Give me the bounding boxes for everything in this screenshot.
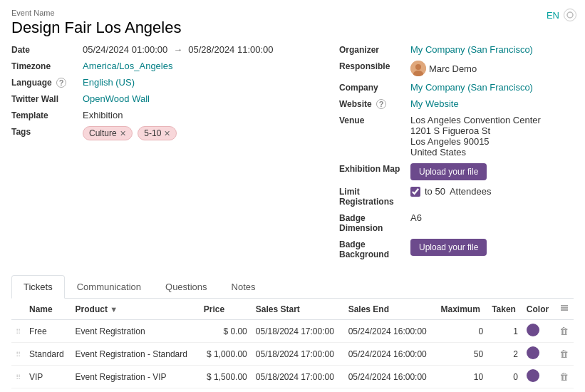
language-label: Language ? <box>11 77 83 88</box>
field-limit-registrations: Limit Registrations to 50 Attendees <box>339 186 574 207</box>
field-responsible: Responsible Marc Demo <box>339 61 574 76</box>
row-handle[interactable]: ⠿ <box>16 351 21 359</box>
row-sales-start-free: 05/18/2024 17:00:00 <box>252 320 344 343</box>
tag-5-10[interactable]: 5-10 ✕ <box>138 126 177 140</box>
responsible-container: Marc Demo <box>410 61 477 76</box>
language-value[interactable]: English (US) <box>83 77 135 88</box>
row-price-standard: $ 1,000.00 <box>200 343 252 366</box>
venue-value: Los Angeles Convention Center 1201 S Fig… <box>410 115 541 158</box>
venue-line-2: 1201 S Figueroa St <box>410 125 541 136</box>
row-delete-free[interactable]: 🗑 <box>559 326 569 336</box>
timezone-value[interactable]: America/Los_Angeles <box>83 61 172 71</box>
row-color-free[interactable] <box>527 324 539 336</box>
tag-culture[interactable]: Culture ✕ <box>83 126 133 140</box>
website-helper: ? <box>376 99 386 109</box>
row-maximum-vip: 10 <box>437 366 488 388</box>
language-indicator[interactable]: EN <box>547 10 559 21</box>
twitter-wall-value[interactable]: OpenWood Wall <box>83 93 150 104</box>
field-tags: Tags Culture ✕ 5-10 ✕ <box>11 126 339 140</box>
row-price-vip: $ 1,500.00 <box>200 366 252 388</box>
limit-registrations-checkbox[interactable] <box>410 187 420 197</box>
limit-registrations-label: Limit Registrations <box>339 186 410 207</box>
field-company: Company My Company (San Francisco) <box>339 82 574 93</box>
tag-culture-remove[interactable]: ✕ <box>120 129 126 138</box>
tab-notes[interactable]: Notes <box>219 275 268 299</box>
language-helper: ? <box>56 78 66 88</box>
row-delete-vip[interactable]: 🗑 <box>559 371 569 382</box>
tags-label: Tags <box>11 126 83 137</box>
date-arrow: → <box>173 44 182 55</box>
venue-label: Venue <box>339 115 410 125</box>
responsible-name[interactable]: Marc Demo <box>429 63 477 74</box>
tab-communication[interactable]: Communication <box>65 275 153 299</box>
field-twitter-wall: Twitter Wall OpenWood Wall <box>11 93 339 104</box>
row-handle[interactable]: ⠿ <box>16 373 21 381</box>
row-taken-standard: 2 <box>487 343 522 366</box>
field-organizer: Organizer My Company (San Francisco) <box>339 44 574 55</box>
row-name-free: Free <box>25 320 71 343</box>
row-sales-start-vip: 05/18/2024 17:00:00 <box>252 366 344 388</box>
col-actions <box>555 299 574 320</box>
table-row: ⠿ Standard Event Registration - Standard… <box>11 343 574 366</box>
upload-exhibition-map-button[interactable]: Upload your file <box>410 163 487 180</box>
website-value[interactable]: My Website <box>410 98 459 109</box>
field-badge-background: Badge Background Upload your file <box>339 239 574 259</box>
sort-icon[interactable]: ▼ <box>110 305 118 314</box>
limit-registrations-suffix: Attendees <box>450 186 492 197</box>
row-sales-start-standard: 05/18/2024 17:00:00 <box>252 343 344 366</box>
row-color-vip[interactable] <box>527 369 539 382</box>
col-sales-start: Sales Start <box>252 299 344 320</box>
tickets-table: Name Product ▼ Price Sales Start Sales E… <box>11 299 574 392</box>
row-handle[interactable]: ⠿ <box>16 328 21 336</box>
row-color-standard[interactable] <box>527 346 539 359</box>
col-name: Name <box>25 299 71 320</box>
organizer-value[interactable]: My Company (San Francisco) <box>410 44 533 55</box>
field-badge-dimension: Badge Dimension A6 <box>339 212 574 233</box>
row-name-standard: Standard <box>25 343 71 366</box>
row-maximum-standard: 50 <box>437 343 488 366</box>
field-exhibition-map: Exhibition Map Upload your file <box>339 163 574 180</box>
limit-registrations-container: to 50 Attendees <box>410 186 491 197</box>
responsible-label: Responsible <box>339 61 410 71</box>
row-product-standard: Event Registration - Standard <box>71 343 200 366</box>
organizer-label: Organizer <box>339 44 410 55</box>
template-value: Exhibition <box>83 110 123 120</box>
avatar <box>410 61 426 76</box>
row-taken-vip: 0 <box>487 366 522 388</box>
badge-dimension-label: Badge Dimension <box>339 212 410 233</box>
field-timezone: Timezone America/Los_Angeles <box>11 61 339 71</box>
col-maximum: Maximum <box>437 299 488 320</box>
tags-container: Culture ✕ 5-10 ✕ <box>83 126 180 140</box>
upload-badge-background-button[interactable]: Upload your file <box>410 239 487 256</box>
tabs: Tickets Communication Questions Notes <box>11 275 574 299</box>
company-value[interactable]: My Company (San Francisco) <box>410 82 533 93</box>
badge-background-label: Badge Background <box>339 239 410 259</box>
row-taken-free: 1 <box>487 320 522 343</box>
exhibition-map-label: Exhibition Map <box>339 163 410 174</box>
svg-point-2 <box>415 64 421 70</box>
row-product-free: Event Registration <box>71 320 200 343</box>
event-name-label: Event Name <box>11 9 574 17</box>
row-delete-standard[interactable]: 🗑 <box>559 349 569 359</box>
col-handle <box>11 299 25 320</box>
row-maximum-free: 0 <box>437 320 488 343</box>
website-label: Website ? <box>339 98 410 109</box>
date-end: 05/28/2024 11:00:00 <box>188 44 273 55</box>
timezone-label: Timezone <box>11 61 83 71</box>
row-name-vip: VIP <box>25 366 71 388</box>
row-sales-end-free: 05/24/2024 16:00:00 <box>344 320 437 343</box>
col-color: Color <box>522 299 555 320</box>
tab-tickets[interactable]: Tickets <box>11 275 65 299</box>
company-label: Company <box>339 82 410 93</box>
settings-icon[interactable] <box>564 9 576 21</box>
tab-questions[interactable]: Questions <box>153 275 219 299</box>
tag-5-10-remove[interactable]: ✕ <box>164 129 170 138</box>
table-row: ⠿ VIP Event Registration - VIP $ 1,500.0… <box>11 366 574 388</box>
field-venue: Venue Los Angeles Convention Center 1201… <box>339 115 574 158</box>
row-sales-end-standard: 05/24/2024 16:00:00 <box>344 343 437 366</box>
twitter-wall-label: Twitter Wall <box>11 93 83 104</box>
col-taken: Taken <box>487 299 522 320</box>
col-product: Product ▼ <box>71 299 200 320</box>
event-title: Design Fair Los Angeles <box>11 19 574 37</box>
venue-line-3: Los Angeles 90015 <box>410 136 541 147</box>
